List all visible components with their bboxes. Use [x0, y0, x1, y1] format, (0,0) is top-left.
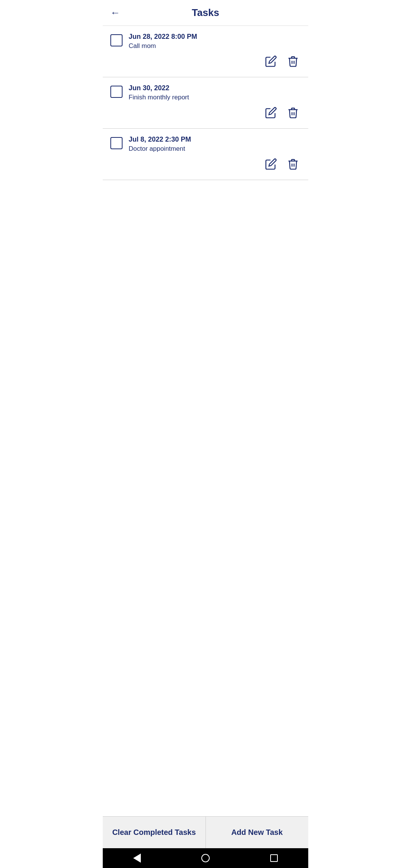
- delete-button-1[interactable]: [285, 54, 301, 70]
- task-description-3: Doctor appointment: [129, 145, 301, 153]
- task-actions-2: [110, 105, 301, 124]
- task-content-1: Jun 28, 2022 8:00 PM Call mom: [129, 33, 301, 50]
- edit-button-3[interactable]: [263, 156, 279, 173]
- home-nav-icon[interactable]: [201, 854, 210, 862]
- delete-icon-2: [287, 107, 299, 119]
- task-list: Jun 28, 2022 8:00 PM Call mom: [103, 26, 308, 816]
- bottom-bar: Clear Completed Tasks Add New Task: [103, 816, 308, 848]
- edit-button-2[interactable]: [263, 105, 279, 121]
- task-item-1: Jun 28, 2022 8:00 PM Call mom: [103, 26, 308, 77]
- task-content-2: Jun 30, 2022 Finish monthly report: [129, 84, 301, 101]
- task-item-2: Jun 30, 2022 Finish monthly report: [103, 77, 308, 129]
- task-date-3: Jul 8, 2022 2:30 PM: [129, 136, 301, 144]
- task-item-3: Jul 8, 2022 2:30 PM Doctor appointment: [103, 129, 308, 180]
- delete-button-3[interactable]: [285, 156, 301, 173]
- android-nav-bar: [103, 848, 308, 868]
- add-new-task-button[interactable]: Add New Task: [206, 817, 309, 848]
- back-button[interactable]: ←: [110, 7, 120, 19]
- back-nav-icon[interactable]: [133, 854, 141, 863]
- delete-icon-1: [287, 55, 299, 67]
- task-description-2: Finish monthly report: [129, 94, 301, 101]
- clear-completed-button[interactable]: Clear Completed Tasks: [103, 817, 206, 848]
- task-date-1: Jun 28, 2022 8:00 PM: [129, 33, 301, 41]
- edit-button-1[interactable]: [263, 54, 279, 70]
- edit-icon-1: [265, 55, 277, 67]
- task-checkbox-1[interactable]: [110, 34, 123, 46]
- task-top-2: Jun 30, 2022 Finish monthly report: [110, 84, 301, 101]
- task-date-2: Jun 30, 2022: [129, 84, 301, 92]
- page-title: Tasks: [192, 7, 219, 19]
- header: ← Tasks: [103, 0, 308, 26]
- task-top-3: Jul 8, 2022 2:30 PM Doctor appointment: [110, 136, 301, 153]
- edit-icon-3: [265, 158, 277, 170]
- task-checkbox-2[interactable]: [110, 86, 123, 98]
- edit-icon-2: [265, 107, 277, 119]
- recents-nav-icon[interactable]: [270, 854, 278, 862]
- task-checkbox-3[interactable]: [110, 137, 123, 149]
- task-top-1: Jun 28, 2022 8:00 PM Call mom: [110, 33, 301, 50]
- task-actions-1: [110, 54, 301, 73]
- task-content-3: Jul 8, 2022 2:30 PM Doctor appointment: [129, 136, 301, 153]
- delete-button-2[interactable]: [285, 105, 301, 121]
- task-actions-3: [110, 156, 301, 176]
- task-description-1: Call mom: [129, 42, 301, 50]
- delete-icon-3: [287, 158, 299, 170]
